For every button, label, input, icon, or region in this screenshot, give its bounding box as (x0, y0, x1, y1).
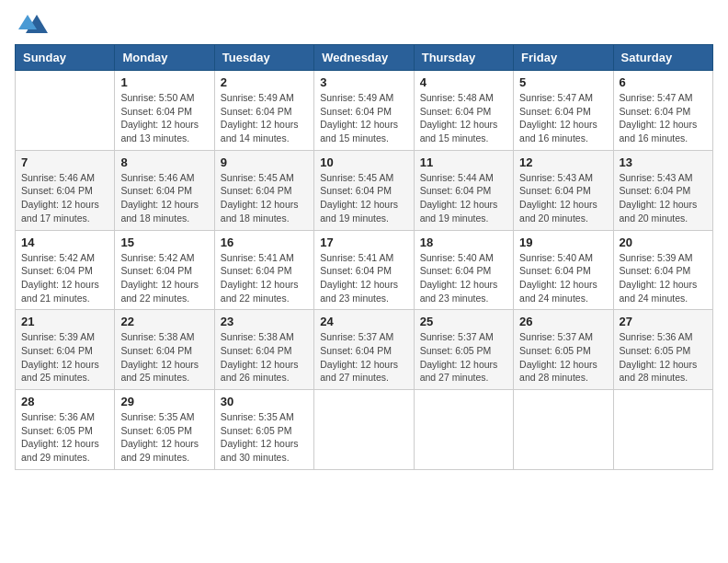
day-info: Sunrise: 5:45 AM Sunset: 6:04 PM Dayligh… (221, 171, 308, 225)
day-number: 18 (420, 236, 507, 249)
day-info: Sunrise: 5:46 AM Sunset: 6:04 PM Dayligh… (120, 171, 208, 225)
calendar-cell: 19Sunrise: 5:40 AM Sunset: 6:04 PM Dayli… (514, 230, 613, 310)
calendar-cell (16, 71, 115, 151)
day-info: Sunrise: 5:41 AM Sunset: 6:04 PM Dayligh… (221, 251, 308, 305)
day-number: 30 (221, 395, 308, 408)
day-number: 21 (21, 315, 108, 328)
day-info: Sunrise: 5:41 AM Sunset: 6:04 PM Dayligh… (320, 251, 407, 305)
weekday-header-tuesday: Tuesday (214, 45, 313, 71)
weekday-header-thursday: Thursday (414, 45, 513, 71)
weekday-header-monday: Monday (115, 45, 214, 71)
day-info: Sunrise: 5:50 AM Sunset: 6:04 PM Dayligh… (120, 91, 208, 145)
calendar-week-5: 28Sunrise: 5:36 AM Sunset: 6:05 PM Dayli… (16, 390, 713, 470)
calendar-cell (414, 390, 513, 470)
day-number: 1 (120, 75, 208, 89)
day-info: Sunrise: 5:46 AM Sunset: 6:04 PM Dayligh… (21, 171, 108, 225)
day-number: 12 (519, 155, 607, 169)
day-info: Sunrise: 5:40 AM Sunset: 6:04 PM Dayligh… (519, 251, 607, 305)
calendar-week-2: 7Sunrise: 5:46 AM Sunset: 6:04 PM Daylig… (16, 150, 713, 230)
day-info: Sunrise: 5:37 AM Sunset: 6:05 PM Dayligh… (519, 330, 607, 385)
day-info: Sunrise: 5:38 AM Sunset: 6:04 PM Dayligh… (221, 330, 308, 385)
calendar-cell: 3Sunrise: 5:49 AM Sunset: 6:04 PM Daylig… (314, 71, 414, 151)
day-info: Sunrise: 5:42 AM Sunset: 6:04 PM Dayligh… (21, 251, 108, 305)
day-number: 27 (620, 315, 707, 328)
day-info: Sunrise: 5:44 AM Sunset: 6:04 PM Dayligh… (420, 171, 507, 225)
calendar-cell: 13Sunrise: 5:43 AM Sunset: 6:04 PM Dayli… (613, 150, 712, 230)
calendar-table: SundayMondayTuesdayWednesdayThursdayFrid… (15, 44, 713, 470)
page-header (15, 15, 713, 37)
calendar-cell: 4Sunrise: 5:48 AM Sunset: 6:04 PM Daylig… (414, 71, 513, 151)
day-number: 24 (320, 315, 407, 328)
calendar-cell: 18Sunrise: 5:40 AM Sunset: 6:04 PM Dayli… (414, 230, 513, 310)
calendar-cell: 5Sunrise: 5:47 AM Sunset: 6:04 PM Daylig… (514, 71, 613, 151)
day-number: 8 (120, 155, 208, 169)
day-number: 28 (21, 395, 108, 408)
day-info: Sunrise: 5:35 AM Sunset: 6:05 PM Dayligh… (221, 410, 308, 465)
calendar-cell: 25Sunrise: 5:37 AM Sunset: 6:05 PM Dayli… (414, 310, 513, 390)
calendar-cell: 30Sunrise: 5:35 AM Sunset: 6:05 PM Dayli… (214, 390, 313, 470)
day-info: Sunrise: 5:49 AM Sunset: 6:04 PM Dayligh… (320, 91, 407, 145)
day-info: Sunrise: 5:39 AM Sunset: 6:04 PM Dayligh… (620, 251, 707, 305)
calendar-cell: 10Sunrise: 5:45 AM Sunset: 6:04 PM Dayli… (314, 150, 414, 230)
calendar-cell: 11Sunrise: 5:44 AM Sunset: 6:04 PM Dayli… (414, 150, 513, 230)
day-number: 20 (620, 236, 707, 249)
calendar-cell: 23Sunrise: 5:38 AM Sunset: 6:04 PM Dayli… (214, 310, 313, 390)
day-number: 19 (519, 236, 607, 249)
day-number: 17 (320, 236, 407, 249)
calendar-cell: 24Sunrise: 5:37 AM Sunset: 6:04 PM Dayli… (314, 310, 414, 390)
day-number: 2 (221, 75, 308, 89)
day-info: Sunrise: 5:43 AM Sunset: 6:04 PM Dayligh… (519, 171, 607, 225)
weekday-header-saturday: Saturday (613, 45, 712, 71)
calendar-cell: 27Sunrise: 5:36 AM Sunset: 6:05 PM Dayli… (613, 310, 712, 390)
day-info: Sunrise: 5:37 AM Sunset: 6:05 PM Dayligh… (420, 330, 507, 385)
day-number: 6 (620, 75, 707, 89)
day-info: Sunrise: 5:40 AM Sunset: 6:04 PM Dayligh… (420, 251, 507, 305)
day-number: 13 (620, 155, 707, 169)
calendar-cell: 6Sunrise: 5:47 AM Sunset: 6:04 PM Daylig… (613, 71, 712, 151)
calendar-cell: 7Sunrise: 5:46 AM Sunset: 6:04 PM Daylig… (16, 150, 115, 230)
day-info: Sunrise: 5:39 AM Sunset: 6:04 PM Dayligh… (21, 330, 108, 385)
calendar-cell: 17Sunrise: 5:41 AM Sunset: 6:04 PM Dayli… (314, 230, 414, 310)
day-number: 4 (420, 75, 507, 89)
calendar-cell: 26Sunrise: 5:37 AM Sunset: 6:05 PM Dayli… (514, 310, 613, 390)
calendar-cell: 28Sunrise: 5:36 AM Sunset: 6:05 PM Dayli… (16, 390, 115, 470)
calendar-cell: 29Sunrise: 5:35 AM Sunset: 6:05 PM Dayli… (115, 390, 214, 470)
calendar-cell: 22Sunrise: 5:38 AM Sunset: 6:04 PM Dayli… (115, 310, 214, 390)
day-info: Sunrise: 5:37 AM Sunset: 6:04 PM Dayligh… (320, 330, 407, 385)
calendar-week-3: 14Sunrise: 5:42 AM Sunset: 6:04 PM Dayli… (16, 230, 713, 310)
calendar-cell: 8Sunrise: 5:46 AM Sunset: 6:04 PM Daylig… (115, 150, 214, 230)
day-info: Sunrise: 5:49 AM Sunset: 6:04 PM Dayligh… (221, 91, 308, 145)
day-info: Sunrise: 5:47 AM Sunset: 6:04 PM Dayligh… (620, 91, 707, 145)
logo-icon (18, 11, 48, 37)
day-number: 15 (120, 236, 208, 249)
weekday-header-friday: Friday (514, 45, 613, 71)
logo (15, 15, 48, 37)
calendar-cell: 12Sunrise: 5:43 AM Sunset: 6:04 PM Dayli… (514, 150, 613, 230)
day-info: Sunrise: 5:36 AM Sunset: 6:05 PM Dayligh… (21, 410, 108, 465)
day-info: Sunrise: 5:42 AM Sunset: 6:04 PM Dayligh… (120, 251, 208, 305)
day-number: 3 (320, 75, 407, 89)
day-number: 5 (519, 75, 607, 89)
day-info: Sunrise: 5:47 AM Sunset: 6:04 PM Dayligh… (519, 91, 607, 145)
calendar-week-4: 21Sunrise: 5:39 AM Sunset: 6:04 PM Dayli… (16, 310, 713, 390)
day-number: 23 (221, 315, 308, 328)
day-number: 16 (221, 236, 308, 249)
calendar-cell (314, 390, 414, 470)
calendar-cell: 20Sunrise: 5:39 AM Sunset: 6:04 PM Dayli… (613, 230, 712, 310)
calendar-cell: 1Sunrise: 5:50 AM Sunset: 6:04 PM Daylig… (115, 71, 214, 151)
day-number: 10 (320, 155, 407, 169)
day-number: 7 (21, 155, 108, 169)
day-info: Sunrise: 5:43 AM Sunset: 6:04 PM Dayligh… (620, 171, 707, 225)
day-number: 14 (21, 236, 108, 249)
day-info: Sunrise: 5:45 AM Sunset: 6:04 PM Dayligh… (320, 171, 407, 225)
weekday-header-wednesday: Wednesday (314, 45, 414, 71)
day-number: 22 (120, 315, 208, 328)
day-number: 11 (420, 155, 507, 169)
calendar-cell: 21Sunrise: 5:39 AM Sunset: 6:04 PM Dayli… (16, 310, 115, 390)
calendar-week-1: 1Sunrise: 5:50 AM Sunset: 6:04 PM Daylig… (16, 71, 713, 151)
day-number: 26 (519, 315, 607, 328)
day-number: 25 (420, 315, 507, 328)
calendar-cell: 16Sunrise: 5:41 AM Sunset: 6:04 PM Dayli… (214, 230, 313, 310)
day-info: Sunrise: 5:38 AM Sunset: 6:04 PM Dayligh… (120, 330, 208, 385)
calendar-cell (514, 390, 613, 470)
